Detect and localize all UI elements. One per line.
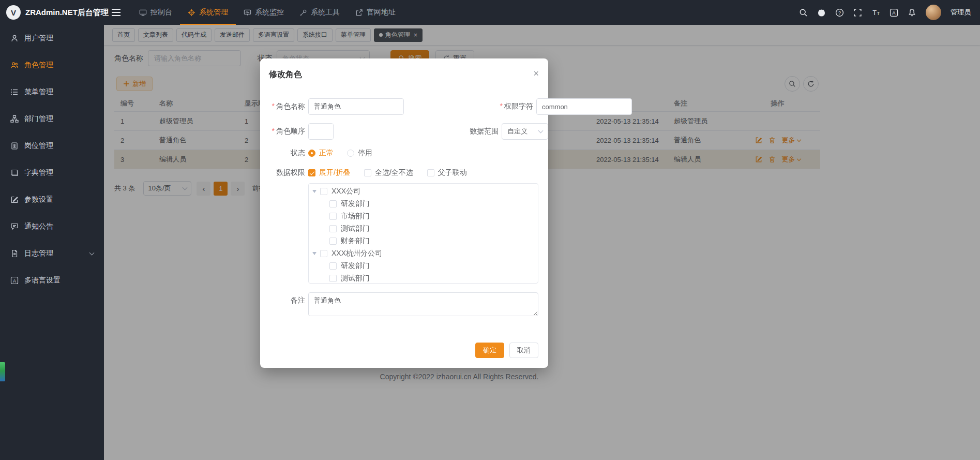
dialog-role-name-input[interactable]: [308, 98, 404, 115]
user-icon: [10, 34, 19, 42]
language-icon[interactable]: A: [889, 8, 898, 17]
dept-tree: XXX公司 研发部门 市场部门 测试部门 财务部门 XXX杭州分公司 研发部门: [308, 183, 538, 284]
dialog-footer: 确定 取消: [475, 343, 538, 358]
sidebar-item-user-mgmt[interactable]: 用户管理: [0, 25, 104, 52]
data-scope-field-label: 数据范围: [443, 127, 499, 136]
tree-node-dept[interactable]: 研发部门: [309, 198, 538, 210]
tree-node-branch-company[interactable]: XXX杭州分公司: [309, 247, 538, 260]
github-icon[interactable]: [817, 8, 826, 17]
org-tree-icon: [10, 115, 19, 123]
checkbox-expand-collapse[interactable]: 展开/折叠: [308, 168, 350, 177]
checkbox-label: 全选/全不选: [375, 168, 413, 177]
sidebar-item-post-mgmt[interactable]: 岗位管理: [0, 132, 104, 159]
app-logo: V: [6, 5, 21, 20]
tree-node-label: 研发部门: [341, 261, 370, 271]
tree-node-label: XXX公司: [331, 187, 360, 196]
tree-node-dept[interactable]: 测试部门: [309, 272, 538, 284]
app-title: ZRAdmin.NET后台管理: [25, 8, 109, 18]
data-scope-value: 自定义: [507, 127, 527, 136]
sidebar-item-param-settings[interactable]: 参数设置: [0, 186, 104, 213]
edit-role-dialog: 修改角色 × 角色名称 权限字符 角色顺序 数据范围 自定义 状态 正常: [260, 58, 548, 368]
app-logo-area[interactable]: V ZRAdmin.NET后台管理: [0, 0, 104, 25]
bell-icon[interactable]: [908, 8, 916, 17]
font-size-icon[interactable]: TT: [871, 8, 880, 17]
role-name-field-label: 角色名称: [260, 102, 305, 111]
cancel-button[interactable]: 取消: [509, 343, 538, 358]
sidebar-item-notice[interactable]: 通知公告: [0, 213, 104, 240]
user-name[interactable]: 管理员: [951, 8, 971, 17]
user-avatar[interactable]: [926, 5, 941, 20]
svg-text:T: T: [872, 9, 877, 17]
nav-item-official-site[interactable]: 官网地址: [348, 0, 403, 25]
confirm-button-label: 确定: [483, 346, 496, 355]
close-icon[interactable]: ×: [533, 69, 539, 78]
checkbox-checked-icon: [308, 169, 315, 176]
dialog-title: 修改角色: [269, 69, 302, 80]
radio-status-normal[interactable]: 正常: [308, 149, 334, 158]
book-icon: [10, 169, 19, 177]
checkbox-unchecked-icon[interactable]: [329, 225, 337, 232]
radio-status-disabled[interactable]: 停用: [347, 149, 372, 158]
checkbox-unchecked-icon[interactable]: [329, 213, 337, 220]
nav-item-label: 系统工具: [311, 8, 340, 17]
help-icon[interactable]: ?: [835, 8, 844, 17]
tree-node-dept[interactable]: 市场部门: [309, 210, 538, 222]
role-order-input[interactable]: [309, 124, 334, 139]
fullscreen-icon[interactable]: [853, 8, 862, 17]
confirm-button[interactable]: 确定: [475, 343, 504, 358]
checkbox-unchecked-icon[interactable]: [329, 262, 337, 270]
caret-down-icon[interactable]: [312, 190, 316, 193]
checkbox-unchecked-icon[interactable]: [320, 250, 327, 257]
tree-node-dept[interactable]: 测试部门: [309, 222, 538, 235]
sidebar-item-label: 多语言设置: [24, 276, 61, 285]
tree-node-label: 财务部门: [341, 236, 370, 246]
dialog-row-remark: 备注 普通角色: [260, 292, 538, 316]
dialog-row-1: 角色名称 权限字符: [260, 98, 548, 115]
checkbox-unchecked-icon[interactable]: [320, 188, 327, 195]
caret-down-icon[interactable]: [312, 252, 316, 255]
radio-label: 正常: [319, 149, 334, 158]
nav-item-system-tools[interactable]: 系统工具: [292, 0, 348, 25]
tree-node-label: XXX杭州分公司: [331, 249, 382, 258]
remark-textarea[interactable]: 普通角色: [308, 292, 538, 316]
sidebar-item-i18n-settings[interactable]: A 多语言设置: [0, 267, 104, 294]
checkbox-select-all[interactable]: 全选/全不选: [364, 168, 413, 177]
header-actions: ? TT A 管理员: [799, 5, 980, 20]
nav-item-label: 系统监控: [255, 8, 284, 17]
corner-badge: [0, 362, 5, 381]
checkbox-unchecked-icon: [427, 169, 434, 176]
remark-field-label: 备注: [260, 296, 305, 316]
sidebar-toggle-button[interactable]: [104, 0, 128, 25]
sidebar-item-label: 部门管理: [24, 114, 53, 124]
svg-text:?: ?: [838, 10, 841, 15]
sidebar-item-role-mgmt[interactable]: 角色管理: [0, 52, 104, 79]
tree-node-dept[interactable]: 研发部门: [309, 260, 538, 272]
data-scope-select[interactable]: 自定义: [502, 123, 548, 140]
checkbox-unchecked-icon[interactable]: [329, 238, 337, 245]
sidebar-item-dict-mgmt[interactable]: 字典管理: [0, 159, 104, 186]
checkbox-parent-child-link[interactable]: 父子联动: [427, 168, 467, 177]
tree-node-company[interactable]: XXX公司: [309, 185, 538, 198]
nav-item-console[interactable]: 控制台: [131, 0, 180, 25]
message-icon: [10, 222, 19, 231]
checkbox-unchecked-icon[interactable]: [329, 200, 337, 207]
sidebar-item-log-mgmt[interactable]: 日志管理: [0, 240, 104, 267]
document-icon: [10, 249, 19, 258]
nav-item-system-monitor[interactable]: 系统监控: [236, 0, 292, 25]
checkbox-label: 父子联动: [438, 168, 467, 177]
radio-checked-icon: [308, 150, 315, 157]
search-icon[interactable]: [799, 8, 808, 17]
tree-node-dept[interactable]: 财务部门: [309, 235, 538, 247]
nav-item-system-mgmt[interactable]: 系统管理: [180, 0, 236, 25]
top-header: V ZRAdmin.NET后台管理 控制台 系统管理 系统监控: [0, 0, 980, 25]
sidebar-item-menu-mgmt[interactable]: 菜单管理: [0, 79, 104, 106]
sidebar-item-label: 参数设置: [24, 195, 53, 204]
wrench-icon: [299, 9, 307, 17]
people-icon: [10, 61, 19, 69]
nav-item-label: 控制台: [150, 8, 172, 17]
sidebar-item-label: 岗位管理: [24, 141, 53, 151]
role-order-stepper: [308, 123, 334, 140]
sidebar-item-dept-mgmt[interactable]: 部门管理: [0, 106, 104, 132]
dialog-perm-char-input[interactable]: [536, 98, 632, 115]
checkbox-unchecked-icon[interactable]: [329, 275, 337, 282]
